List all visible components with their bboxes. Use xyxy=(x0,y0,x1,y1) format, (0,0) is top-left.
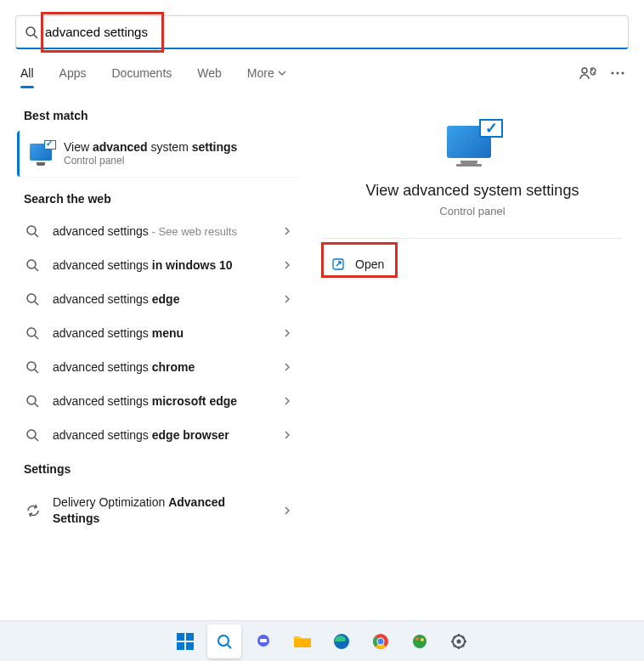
web-result-item[interactable]: advanced settings - See web results xyxy=(17,214,301,248)
chat-icon xyxy=(255,633,272,650)
web-result-item[interactable]: advanced settings in windows 10 xyxy=(17,248,301,282)
svg-point-12 xyxy=(27,328,36,336)
detail-subtitle: Control panel xyxy=(323,205,622,218)
tab-documents[interactable]: Documents xyxy=(110,61,173,85)
svg-point-21 xyxy=(218,636,229,646)
svg-line-22 xyxy=(228,645,231,648)
taskbar-explorer[interactable] xyxy=(285,624,319,658)
chevron-right-icon xyxy=(282,396,292,406)
chrome-icon xyxy=(372,633,389,650)
svg-line-9 xyxy=(35,268,38,271)
chevron-right-icon xyxy=(282,260,292,270)
search-icon xyxy=(25,394,39,408)
web-result-item[interactable]: advanced settings chrome xyxy=(17,350,301,384)
web-result-item[interactable]: advanced settings menu xyxy=(17,316,301,350)
tab-apps[interactable]: Apps xyxy=(58,61,88,85)
start-button[interactable] xyxy=(168,624,202,658)
svg-point-0 xyxy=(26,27,35,36)
taskbar-settings[interactable] xyxy=(442,624,476,658)
web-result-label: advanced settings microsoft edge xyxy=(53,394,282,408)
web-result-label: advanced settings edge browser xyxy=(53,428,282,442)
web-result-label: advanced settings - See web results xyxy=(53,224,282,238)
web-result-label: advanced settings edge xyxy=(53,292,282,306)
svg-point-33 xyxy=(415,637,419,641)
best-match-title: View advanced system settings xyxy=(64,139,237,155)
filter-tabs: All Apps Documents Web More xyxy=(19,61,288,85)
search-bar[interactable] xyxy=(15,15,629,49)
svg-point-4 xyxy=(617,72,619,75)
palette-icon xyxy=(411,633,428,650)
settings-result-item[interactable]: Delivery Optimization Advanced Settings xyxy=(17,484,301,537)
best-match-result[interactable]: View advanced system settings Control pa… xyxy=(17,131,301,177)
chevron-right-icon xyxy=(282,226,292,236)
svg-point-31 xyxy=(378,638,384,644)
section-settings: Settings xyxy=(24,462,294,476)
section-best-match: Best match xyxy=(24,109,294,122)
detail-title: View advanced system settings xyxy=(323,182,622,200)
svg-point-5 xyxy=(622,72,624,75)
svg-rect-25 xyxy=(294,639,311,647)
tab-more[interactable]: More xyxy=(246,61,288,85)
svg-point-34 xyxy=(421,638,424,641)
open-action[interactable]: Open xyxy=(323,247,622,281)
svg-line-11 xyxy=(35,302,38,305)
web-result-item[interactable]: advanced settings edge browser xyxy=(17,418,301,452)
search-input[interactable] xyxy=(38,25,619,39)
web-result-label: advanced settings menu xyxy=(53,326,282,340)
svg-point-6 xyxy=(27,226,36,234)
chevron-down-icon xyxy=(278,69,286,77)
svg-line-17 xyxy=(35,404,38,407)
search-icon xyxy=(216,633,233,650)
chevron-right-icon xyxy=(282,328,292,338)
search-icon xyxy=(25,258,39,272)
edge-icon xyxy=(333,633,350,650)
svg-point-8 xyxy=(27,260,36,268)
svg-line-7 xyxy=(35,234,38,237)
search-icon xyxy=(25,224,39,238)
search-icon xyxy=(25,326,39,340)
search-icon xyxy=(25,292,39,306)
search-icon xyxy=(25,428,39,442)
chevron-right-icon xyxy=(282,362,292,372)
web-result-label: advanced settings chrome xyxy=(53,360,282,374)
tab-web[interactable]: Web xyxy=(195,61,223,85)
tab-all[interactable]: All xyxy=(19,61,36,85)
svg-point-3 xyxy=(612,72,614,75)
svg-point-10 xyxy=(27,294,36,302)
svg-line-1 xyxy=(34,35,37,38)
svg-rect-24 xyxy=(260,639,267,642)
web-result-item[interactable]: advanced settings microsoft edge xyxy=(17,384,301,418)
svg-line-19 xyxy=(35,438,38,441)
svg-point-32 xyxy=(413,635,427,648)
windows-logo-icon xyxy=(177,633,194,650)
web-result-label: advanced settings in windows 10 xyxy=(53,258,282,272)
search-icon xyxy=(25,360,39,374)
taskbar xyxy=(0,620,644,661)
svg-line-15 xyxy=(35,370,38,373)
open-external-icon xyxy=(331,257,345,271)
best-match-subtitle: Control panel xyxy=(64,155,237,168)
sync-icon xyxy=(25,503,41,518)
gear-icon xyxy=(450,633,467,650)
chevron-right-icon xyxy=(282,506,292,516)
detail-system-settings-icon xyxy=(447,121,498,168)
more-options-icon[interactable] xyxy=(610,65,625,81)
taskbar-chrome[interactable] xyxy=(364,624,398,658)
svg-point-2 xyxy=(582,68,587,73)
open-label: Open xyxy=(355,257,384,271)
divider xyxy=(323,238,622,239)
svg-line-13 xyxy=(35,336,38,339)
chevron-right-icon xyxy=(282,294,292,304)
system-settings-icon xyxy=(30,142,54,166)
section-search-web: Search the web xyxy=(24,192,294,206)
settings-result-label: Delivery Optimization Advanced Settings xyxy=(53,494,282,527)
taskbar-chat[interactable] xyxy=(246,624,280,658)
taskbar-app-paint[interactable] xyxy=(403,624,437,658)
taskbar-search-button[interactable] xyxy=(207,624,241,658)
svg-point-16 xyxy=(27,396,36,404)
taskbar-edge[interactable] xyxy=(325,624,359,658)
account-sync-icon[interactable] xyxy=(579,65,596,82)
folder-icon xyxy=(293,634,312,649)
web-result-item[interactable]: advanced settings edge xyxy=(17,282,301,316)
chevron-right-icon xyxy=(282,430,292,440)
